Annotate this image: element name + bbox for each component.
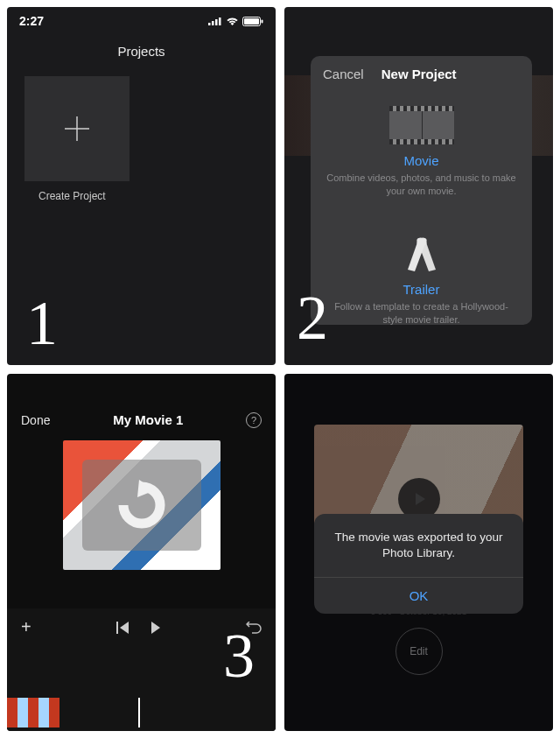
new-project-dialog: Cancel New Project Movie Combine videos,…: [311, 56, 532, 325]
panel-projects: 2:27 Projects Create Project 1: [7, 7, 276, 365]
status-time: 2:27: [19, 14, 44, 28]
panel-export: My Movie 1 5 sec · October 18, 2021 Edit…: [284, 374, 553, 732]
status-right: [208, 17, 263, 26]
cellular-icon: [208, 17, 222, 25]
option-trailer[interactable]: Trailer Follow a template to create a Ho…: [311, 210, 532, 339]
panel-new-project: Cancel New Project Movie Combine videos,…: [284, 7, 553, 365]
rotate-arrow-icon: [111, 474, 172, 536]
svg-rect-5: [244, 18, 259, 25]
plus-icon: [60, 111, 94, 146]
option-trailer-desc: Follow a template to create a Hollywood-…: [326, 300, 516, 327]
dialog-title: New Project: [382, 67, 457, 81]
svg-rect-2: [215, 19, 218, 25]
svg-rect-0: [208, 23, 211, 25]
svg-rect-1: [212, 21, 214, 25]
film-strip-icon: [389, 106, 454, 144]
project-title: My Movie 1: [113, 412, 183, 427]
panel-editor: Done My Movie 1 ? +: [7, 374, 276, 732]
done-button[interactable]: Done: [21, 413, 50, 427]
option-movie[interactable]: Movie Combine videos, photos, and music …: [311, 92, 532, 210]
edit-button[interactable]: Edit: [396, 628, 443, 675]
playhead[interactable]: [138, 698, 140, 727]
option-movie-desc: Combine videos, photos, and music to mak…: [326, 172, 516, 198]
svg-rect-3: [219, 18, 221, 25]
step-number: 1: [26, 287, 58, 360]
help-icon[interactable]: ?: [246, 412, 262, 428]
step-number: 3: [223, 620, 255, 692]
dialog-header: Cancel New Project: [311, 56, 532, 92]
ok-button[interactable]: OK: [328, 578, 509, 614]
edit-label: Edit: [410, 645, 428, 657]
page-title: Projects: [7, 44, 276, 59]
create-project-label: Create Project: [38, 190, 276, 202]
battery-icon: [242, 17, 263, 26]
rotate-overlay: [82, 460, 201, 551]
export-alert: The movie was exported to your Photo Lib…: [314, 514, 523, 614]
clip-thumbnail[interactable]: [7, 698, 60, 727]
status-bar: 2:27: [7, 7, 276, 28]
play-button[interactable]: [151, 622, 160, 634]
option-movie-title: Movie: [326, 153, 516, 168]
alert-message: The movie was exported to your Photo Lib…: [328, 530, 509, 561]
svg-rect-6: [262, 19, 263, 23]
create-project-tile[interactable]: [24, 76, 130, 181]
editor-header: Done My Movie 1 ?: [7, 374, 276, 435]
step-number: 2: [297, 282, 328, 355]
spotlight-icon: [396, 231, 448, 273]
skip-back-button[interactable]: [116, 622, 129, 634]
add-media-button[interactable]: +: [21, 617, 32, 637]
timeline-track[interactable]: [7, 698, 276, 727]
wifi-icon: [226, 17, 239, 26]
preview-viewer[interactable]: [63, 440, 220, 570]
cancel-button[interactable]: Cancel: [323, 67, 364, 81]
option-trailer-title: Trailer: [326, 282, 516, 297]
